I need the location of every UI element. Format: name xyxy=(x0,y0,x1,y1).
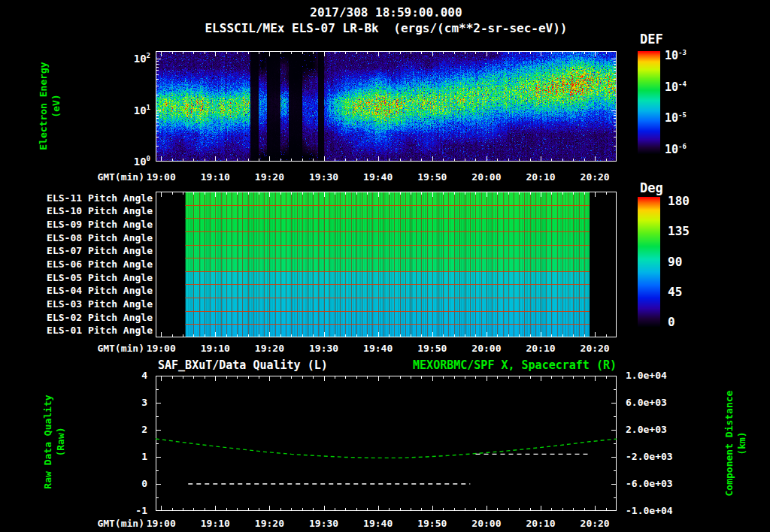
x-tick-label-1-2: 19:20 xyxy=(251,343,287,354)
electron-energy-axis-label: Electron Energy(eV) xyxy=(37,38,62,174)
pitch-row-label-10: ELS-01 Pitch Angle xyxy=(45,325,153,336)
pitch-row-label-7: ELS-04 Pitch Angle xyxy=(45,285,153,296)
x-tick-label-1-5: 19:50 xyxy=(414,343,450,354)
x-tick-label-2-3: 19:30 xyxy=(306,518,342,529)
units-label: (ergs/(cm**2-sr-sec-eV)) xyxy=(393,21,567,35)
energy-tick-label-1: 101 xyxy=(111,104,150,116)
x-tick-label-0-2: 19:20 xyxy=(251,171,287,183)
x-tick-label-1-0: 19:00 xyxy=(143,343,179,354)
quality-tick-label-5: -1 xyxy=(117,505,147,516)
quality-tick-label-0: 4 xyxy=(117,370,147,381)
x-tick-label-1-8: 20:20 xyxy=(577,343,613,354)
x-tick-label-2-6: 20:00 xyxy=(468,518,505,529)
pitch-row-label-8: ELS-03 Pitch Angle xyxy=(45,298,153,310)
pitch-row-label-6: ELS-05 Pitch Angle xyxy=(45,272,153,283)
x-tick-label-2-0: 19:00 xyxy=(143,518,179,529)
x-tick-label-0-8: 20:20 xyxy=(577,171,613,183)
x-tick-label-1-7: 20:10 xyxy=(523,343,559,354)
x-tick-label-2-4: 19:40 xyxy=(360,518,396,529)
x-tick-label-0-7: 20:10 xyxy=(523,171,559,183)
colorbar-def-title: DEF xyxy=(640,32,663,47)
pitch-row-label-4: ELS-07 Pitch Angle xyxy=(45,245,153,256)
x-tick-label-0-0: 19:00 xyxy=(143,171,179,183)
quality-tick-label-2: 2 xyxy=(117,424,147,435)
pitch-row-label-5: ELS-06 Pitch Angle xyxy=(45,258,153,270)
def-colorbar-tick-0: 10-3 xyxy=(665,49,687,62)
def-colorbar xyxy=(638,51,660,154)
raw-data-quality-axis-label: Raw Data Quality(Raw) xyxy=(41,374,67,509)
energy-tick-label-0: 102 xyxy=(111,52,150,65)
deg-colorbar xyxy=(638,197,660,327)
distance-tick-label-0: 1.0e+04 xyxy=(626,370,683,381)
distance-tick-label-3: -2.0e+03 xyxy=(626,451,683,462)
electron-energy-spectrogram-canvas xyxy=(156,51,617,162)
gmt-axis-label-2: GMT(min) xyxy=(72,518,144,529)
def-colorbar-tick-1: 10-4 xyxy=(665,80,687,94)
energy-tick-label-2: 100 xyxy=(111,155,150,168)
x-tick-label-2-8: 20:20 xyxy=(577,518,613,529)
pitch-row-label-2: ELS-09 Pitch Angle xyxy=(45,219,153,230)
quality-tick-label-4: 0 xyxy=(117,478,147,489)
distance-tick-label-1: 6.0e+03 xyxy=(626,397,683,408)
pitch-row-label-3: ELS-08 Pitch Angle xyxy=(45,232,153,243)
distance-tick-label-5: -1.0e+04 xyxy=(626,505,683,516)
pitch-angle-panel-canvas xyxy=(156,192,617,337)
deg-colorbar-tick-0: 180 xyxy=(668,194,690,208)
instrument-title: ELSSCIL/MEx ELS-07 LR-Bk xyxy=(205,21,378,35)
line-panel-title-left: SAF_BXuT/Data Quality (L) xyxy=(158,358,328,372)
deg-colorbar-tick-3: 45 xyxy=(668,285,682,299)
x-tick-label-0-4: 19:40 xyxy=(360,171,396,183)
deg-colorbar-tick-4: 0 xyxy=(668,315,675,329)
x-tick-label-1-6: 20:00 xyxy=(468,343,505,354)
def-colorbar-tick-3: 10-6 xyxy=(665,143,687,156)
x-tick-label-0-3: 19:30 xyxy=(306,171,342,183)
x-tick-label-1-1: 19:10 xyxy=(197,343,233,354)
quality-distance-panel-canvas xyxy=(156,376,617,511)
quality-tick-label-1: 3 xyxy=(117,397,147,408)
quality-tick-label-3: 1 xyxy=(117,451,147,462)
pitch-row-label-1: ELS-10 Pitch Angle xyxy=(45,205,153,216)
x-tick-label-1-3: 19:30 xyxy=(306,343,342,354)
colorbar-deg-title: Deg xyxy=(640,180,663,195)
def-colorbar-tick-2: 10-5 xyxy=(665,111,687,125)
x-tick-label-1-4: 19:40 xyxy=(360,343,396,354)
x-tick-label-0-1: 19:10 xyxy=(197,171,233,183)
deg-colorbar-tick-2: 90 xyxy=(668,255,682,269)
distance-tick-label-2: 2.0e+03 xyxy=(626,424,683,435)
x-tick-label-2-7: 20:10 xyxy=(523,518,559,529)
plot-title-line: ELSSCIL/MEx ELS-07 LR-Bk (ergs/(cm**2-sr… xyxy=(118,21,654,35)
line-panel-title-right: MEXORBMC/SPF X, Spacecraft (R) xyxy=(361,358,617,372)
pitch-row-label-9: ELS-02 Pitch Angle xyxy=(45,312,153,323)
timestamp: 2017/308 18:59:00.000 xyxy=(156,5,617,20)
x-tick-label-2-1: 19:10 xyxy=(197,518,233,529)
deg-colorbar-tick-1: 135 xyxy=(668,224,690,238)
gmt-axis-label-1: GMT(min) xyxy=(72,343,144,354)
x-tick-label-0-6: 20:00 xyxy=(468,171,505,183)
x-tick-label-0-5: 19:50 xyxy=(414,171,450,183)
pitch-row-label-0: ELS-11 Pitch Angle xyxy=(45,192,153,204)
x-tick-label-2-2: 19:20 xyxy=(251,518,287,529)
sddas-plot-window: 2017/308 18:59:00.000 ELSSCIL/MEx ELS-07… xyxy=(0,0,770,532)
gmt-axis-label-0: GMT(min) xyxy=(72,171,144,183)
component-distance-axis-label: Component Distance(km) xyxy=(723,376,748,511)
distance-tick-label-4: -6.0e+03 xyxy=(626,478,683,489)
x-tick-label-2-5: 19:50 xyxy=(414,518,450,529)
